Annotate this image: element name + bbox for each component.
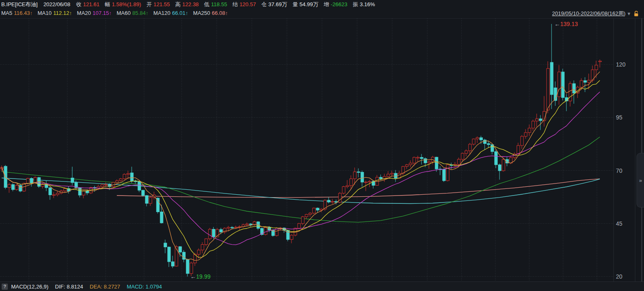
chevron-down-icon[interactable]: ▼ xyxy=(627,11,631,16)
ma5-legend: MA5116.43↑ xyxy=(1,10,33,16)
ma60-legend: MA6085.84↑ xyxy=(117,10,149,16)
field-amplitude: 振3.16% xyxy=(353,1,375,8)
ma20-legend: MA20107.15↑ xyxy=(77,10,111,16)
quote-bar: B.IPE[ICE布油] 2022/06/08 收121.61 幅1.58%(1… xyxy=(0,0,644,9)
field-open: 开121.55 xyxy=(147,1,170,8)
date-range-text[interactable]: 2019/05/10-2022/06/08(162周) xyxy=(552,10,625,17)
kline-chart[interactable]: 12095704520←139.13←19.99 xyxy=(0,18,644,282)
macd-indicator-label[interactable]: MACD(12,26,9) xyxy=(11,284,48,290)
svg-text:120: 120 xyxy=(616,61,626,68)
svg-text:←19.99: ←19.99 xyxy=(190,273,211,280)
right-scroll-rail[interactable] xyxy=(641,18,642,282)
kline-svg[interactable]: 12095704520←139.13←19.99 xyxy=(0,19,644,282)
quote-date: 2022/06/08 xyxy=(43,1,70,7)
field-high: 高122.38 xyxy=(175,1,199,8)
ma10-legend: MA10112.12↑ xyxy=(38,10,72,16)
header: B.IPE[ICE布油] 2022/06/08 收121.61 幅1.58%(1… xyxy=(0,0,644,18)
ma-legend-bar: MA5116.43↑ MA10112.12↑ MA20107.15↑ MA608… xyxy=(0,9,644,17)
dif-value: DIF: 8.8124 xyxy=(55,284,83,290)
indicator-status-bar: ? MACD(12,26,9) DIF: 8.8124 DEA: 8.2727 … xyxy=(0,281,644,291)
svg-text:20: 20 xyxy=(616,273,623,280)
macd-value: MACD: 1.0794 xyxy=(127,284,162,290)
chevrons-right-icon: » xyxy=(639,177,642,184)
field-close: 收121.61 xyxy=(76,1,99,8)
field-volume: 量54.99万 xyxy=(292,1,318,8)
field-low: 低118.55 xyxy=(204,1,227,8)
svg-text:70: 70 xyxy=(616,167,623,174)
ma250-legend: MA25066.08↑ xyxy=(193,10,228,16)
svg-text:←139.13: ←139.13 xyxy=(554,21,578,27)
unlock-icon[interactable] xyxy=(634,11,639,17)
field-open-interest: 仓37.69万 xyxy=(261,1,287,8)
ma120-legend: MA12066.01↑ xyxy=(154,10,188,16)
trading-app-window: B.IPE[ICE布油] 2022/06/08 收121.61 幅1.58%(1… xyxy=(0,0,644,291)
date-range-selector[interactable]: 2019/05/10-2022/06/08(162周) ▼ xyxy=(552,9,639,18)
svg-text:95: 95 xyxy=(616,114,623,121)
symbol-name: B.IPE[ICE布油] xyxy=(1,1,38,8)
dea-value: DEA: 8.2727 xyxy=(90,284,120,290)
svg-text:45: 45 xyxy=(616,220,623,227)
expand-panel-tab[interactable]: » xyxy=(637,153,644,208)
field-change: 幅1.58%(1.89) xyxy=(105,1,141,8)
help-button[interactable]: ? xyxy=(2,284,8,290)
field-oi-change: 增-26623 xyxy=(324,1,347,8)
field-settle: 结120.57 xyxy=(232,1,256,8)
